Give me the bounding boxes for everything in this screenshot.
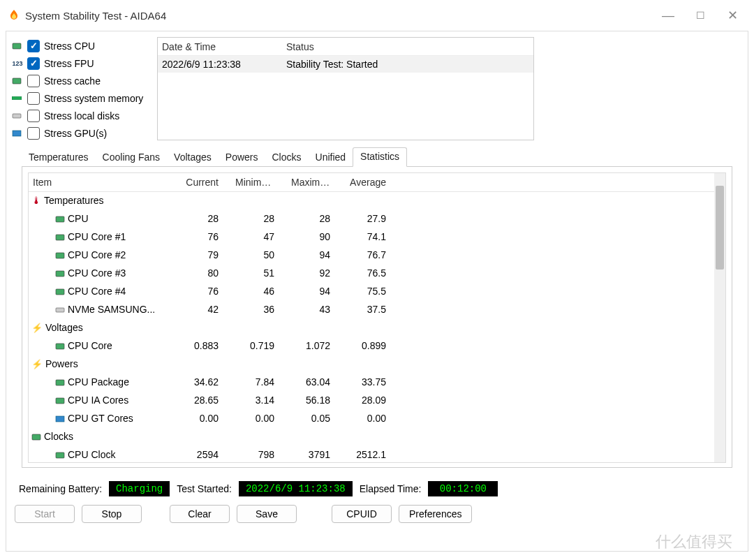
stress-checkbox[interactable] — [27, 40, 40, 52]
svg-rect-9 — [56, 289, 64, 295]
clear-button[interactable]: Clear — [170, 505, 230, 523]
col-item[interactable]: Item — [29, 173, 175, 191]
window-title: System Stability Test - AIDA64 — [25, 10, 166, 22]
current-value: 76 — [175, 282, 231, 300]
svg-rect-12 — [56, 380, 64, 385]
col-current[interactable]: Current — [175, 173, 231, 191]
log-datetime: 2022/6/9 11:23:38 — [158, 59, 282, 70]
tab-voltages[interactable]: Voltages — [167, 149, 219, 167]
table-header-row: Item Current Minimum Maximu... Average — [29, 173, 714, 191]
chip-icon — [55, 231, 68, 242]
stats-row[interactable]: CPU Core #2 79 50 94 76.7 — [29, 246, 714, 264]
tab-cooling-fans[interactable]: Cooling Fans — [96, 149, 168, 167]
svg-rect-11 — [56, 344, 64, 349]
stats-row[interactable]: CPU GT Cores 0.00 0.00 0.05 0.00 — [29, 409, 714, 427]
stats-row[interactable]: CPU Core #1 76 47 90 74.1 — [29, 228, 714, 246]
tab-powers[interactable]: Powers — [219, 149, 265, 167]
group-name: Powers — [45, 358, 78, 369]
ram-icon — [12, 94, 24, 103]
svg-rect-8 — [56, 271, 64, 277]
item-name: CPU GT Cores — [68, 413, 133, 424]
stress-checkbox[interactable] — [27, 92, 40, 105]
stress-label: Stress CPU — [44, 40, 95, 52]
chip-icon — [55, 249, 68, 260]
thermometer-icon: 🌡 — [31, 195, 41, 206]
chip-icon — [55, 213, 68, 224]
stress-checkbox[interactable] — [27, 110, 40, 122]
svg-rect-1 — [13, 78, 21, 84]
chip-icon — [55, 286, 68, 297]
scrollbar-thumb[interactable] — [716, 186, 724, 270]
current-value: 80 — [175, 264, 231, 282]
max-value: 0.05 — [287, 409, 343, 427]
main-frame: Stress CPU123 Stress FPU Stress cache St… — [6, 31, 748, 552]
stats-row[interactable]: CPU Core #3 80 51 92 76.5 — [29, 264, 714, 282]
statistics-pane: Item Current Minimum Maximu... Average 🌡… — [22, 166, 732, 468]
col-minimum[interactable]: Minimum — [231, 173, 287, 191]
stats-group-header[interactable]: 🌡Temperatures — [29, 191, 714, 209]
log-row[interactable]: 2022/6/9 11:23:38 Stability Test: Starte… — [158, 56, 533, 73]
stress-option: 123 Stress FPU — [12, 54, 151, 72]
stress-checkbox[interactable] — [27, 127, 40, 140]
chip-icon — [55, 376, 68, 388]
vertical-scrollbar[interactable] — [714, 173, 725, 462]
current-value: 28 — [175, 209, 231, 228]
avg-value: 37.5 — [343, 300, 399, 318]
min-value: 36 — [231, 300, 287, 318]
elapsed-time-value: 00:12:00 — [428, 481, 498, 496]
current-value: 76 — [175, 228, 231, 246]
disk-icon — [55, 304, 68, 315]
stats-row[interactable]: CPU IA Cores 28.65 3.14 56.18 28.09 — [29, 391, 714, 409]
start-button[interactable]: Start — [15, 505, 75, 523]
stress-option: Stress GPU(s) — [12, 124, 151, 142]
gpu-icon — [12, 128, 24, 138]
col-maximum[interactable]: Maximu... — [287, 173, 343, 191]
col-average[interactable]: Average — [343, 173, 399, 191]
tab-unified[interactable]: Unified — [309, 149, 353, 167]
stats-row[interactable]: CPU Clock 2594 798 3791 2512.1 — [29, 445, 714, 462]
stats-row[interactable]: CPU 28 28 28 27.9 — [29, 209, 714, 228]
tab-clocks[interactable]: Clocks — [265, 149, 309, 167]
min-value: 47 — [231, 228, 287, 246]
stress-checkbox[interactable] — [27, 57, 40, 70]
fpu-icon: 123 — [12, 59, 24, 68]
stats-group-header[interactable]: ⚡Voltages — [29, 318, 714, 337]
watermark: 什么值得买 — [638, 528, 750, 556]
stats-group-header[interactable]: Clocks — [29, 427, 714, 445]
stress-label: Stress cache — [44, 75, 101, 87]
bolt-icon: ⚡ — [31, 323, 43, 333]
stats-row[interactable]: NVMe SAMSUNG... 42 36 43 37.5 — [29, 300, 714, 318]
log-header-status[interactable]: Status — [282, 41, 533, 52]
stats-group-header[interactable]: ⚡Powers — [29, 355, 714, 373]
maximize-button[interactable]: ☐ — [684, 4, 716, 27]
stop-button[interactable]: Stop — [82, 505, 142, 523]
button-bar: Start Stop Clear Save CPUID Preferences — [6, 505, 748, 531]
cpuid-button[interactable]: CPUID — [332, 505, 392, 523]
avg-value: 75.5 — [343, 282, 399, 300]
battery-value: Charging — [109, 481, 170, 496]
svg-rect-6 — [56, 235, 64, 240]
max-value: 63.04 — [287, 373, 343, 391]
tab-statistics[interactable]: Statistics — [353, 147, 407, 167]
preferences-button[interactable]: Preferences — [399, 505, 472, 523]
stats-row[interactable]: CPU Core #4 76 46 94 75.5 — [29, 282, 714, 300]
item-name: NVMe SAMSUNG... — [68, 304, 155, 315]
stats-row[interactable]: CPU Core 0.883 0.719 1.072 0.899 — [29, 337, 714, 355]
close-button[interactable]: ✕ — [716, 4, 748, 27]
stress-checkbox[interactable] — [27, 75, 40, 87]
minimize-button[interactable]: — — [652, 4, 684, 27]
item-name: CPU Core #2 — [68, 249, 126, 260]
svg-rect-14 — [56, 416, 64, 422]
max-value: 43 — [287, 300, 343, 318]
log-header-datetime[interactable]: Date & Time — [158, 41, 282, 52]
svg-rect-13 — [56, 398, 64, 404]
disk-icon — [12, 111, 24, 121]
tab-temperatures[interactable]: Temperatures — [22, 149, 96, 167]
stats-row[interactable]: CPU Package 34.62 7.84 63.04 33.75 — [29, 373, 714, 391]
chip-icon — [31, 431, 44, 442]
min-value: 3.14 — [231, 391, 287, 409]
log-status: Stability Test: Started — [282, 59, 533, 70]
current-value: 34.62 — [175, 373, 231, 391]
save-button[interactable]: Save — [237, 505, 297, 523]
stress-label: Stress system memory — [44, 93, 143, 104]
